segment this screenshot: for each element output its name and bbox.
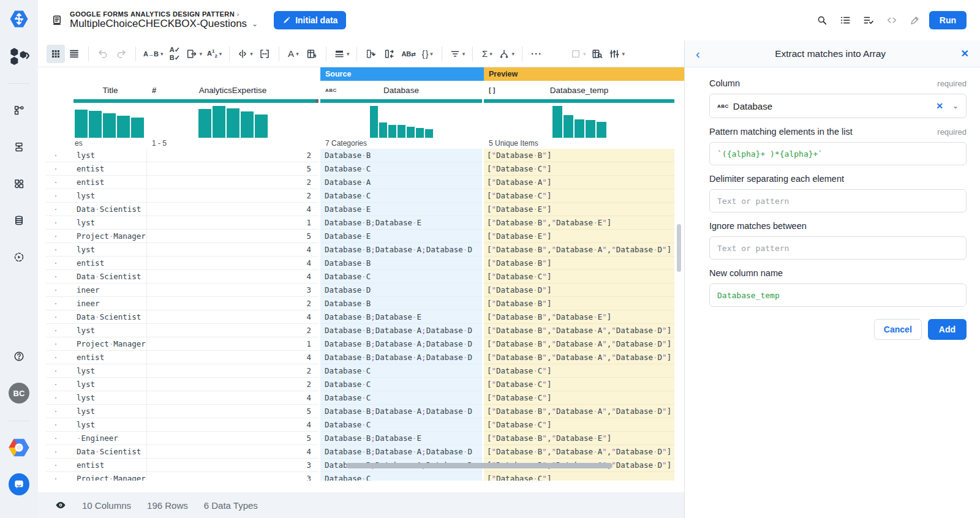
row-marker[interactable]: · [46,459,74,472]
gcp-logo[interactable] [9,437,29,458]
clear-selection-icon[interactable]: ✕ [936,101,943,111]
job-history-icon[interactable] [9,247,29,268]
cell-database-temp[interactable]: ["Database·C"] [484,378,674,391]
cell-database-temp[interactable]: ["Database·B","Database·A","Database·D"] [484,324,674,337]
transpose-button[interactable] [380,45,399,63]
row-marker[interactable]: · [46,351,74,364]
cell-database-temp[interactable]: ["Database·A"] [484,176,674,189]
cell-database-temp[interactable]: ["Database·B","Database·E"] [484,216,674,230]
filter-button[interactable]: ▾ [447,45,468,63]
functions-button[interactable]: { }▾ [418,45,437,63]
cell-database[interactable]: Database·C [320,270,482,283]
row-marker[interactable]: · [46,378,74,391]
cell-title[interactable]: lyst [74,364,147,378]
cell-database-temp[interactable]: ["Database·B"] [484,149,674,162]
row-marker[interactable]: · [46,176,74,189]
row-marker[interactable]: · [46,189,74,203]
cell-expertise[interactable]: 4 [147,445,318,459]
user-avatar[interactable]: BC [9,383,29,404]
cell-database[interactable]: Database·B;Database·A;Database·D [320,405,482,418]
grid-view-button[interactable] [47,45,65,63]
cell-database[interactable]: Database·D [320,283,482,297]
cell-database[interactable]: Database·A [320,176,482,189]
flows-nav-icon[interactable] [9,45,29,66]
cell-title[interactable]: Project·Manager [74,230,147,243]
cell-database-temp[interactable]: ["Database·B","Database·A","Database·D"] [484,445,674,459]
cell-title[interactable]: Data·Scientist [74,445,147,459]
cell-expertise[interactable]: 4 [147,391,318,405]
cell-expertise[interactable]: 1 [147,337,318,351]
steps-check-icon[interactable] [863,15,874,26]
chevron-down-icon[interactable]: ⌄ [952,102,959,110]
cell-database[interactable]: Database·B;Database·A;Database·D [320,445,482,459]
cell-title[interactable]: Data·Scientist [74,270,147,283]
code-view-icon[interactable] [886,15,897,26]
row-marker[interactable]: · [46,405,74,418]
cell-expertise[interactable]: 2 [147,364,318,378]
cell-expertise[interactable]: 5 [147,230,318,243]
join-button[interactable]: ▾ [496,45,517,63]
histogram-database_temp[interactable] [552,106,606,138]
cell-title[interactable]: lyst [74,216,147,230]
histogram-title[interactable] [75,106,144,138]
row-marker[interactable]: · [46,418,74,432]
cell-expertise[interactable]: 2 [147,297,318,310]
cell-title[interactable]: lyst [74,391,147,405]
quality-bar-database_temp[interactable] [484,99,674,103]
cell-title[interactable]: entist [74,351,147,364]
row-marker[interactable]: · [46,257,74,270]
cell-expertise[interactable]: 4 [147,418,318,432]
cell-database-temp[interactable]: ["Database·C"] [484,270,674,283]
cell-database-temp[interactable]: ["Database·B","Database·E"] [484,432,674,445]
cell-database[interactable]: Database·C [320,364,482,378]
cell-database[interactable]: Database·C [320,162,482,176]
row-marker[interactable]: · [46,391,74,405]
cell-title[interactable]: lyst [74,149,147,162]
cell-database-temp[interactable]: ["Database·E"] [484,203,674,216]
cell-expertise[interactable]: 4 [147,203,318,216]
cell-database[interactable]: Database·C [320,391,482,405]
header-row-button[interactable]: ▾ [331,45,352,63]
cell-database[interactable]: Database·C [320,418,482,432]
sort-button[interactable]: A12▾ [205,45,224,63]
cell-database-temp[interactable]: ["Database·B","Database·A","Database·D"] [484,405,674,418]
cell-expertise[interactable]: 4 [147,351,318,364]
cell-database-temp[interactable]: ["Database·E"] [484,230,674,243]
sample-picker-icon[interactable] [910,15,921,26]
initial-data-button[interactable]: Initial data [274,11,346,29]
cell-title[interactable]: Project·Manager [74,472,147,481]
recipe-icon[interactable] [9,137,29,157]
cell-database-temp[interactable]: ["Database·C"] [484,189,674,203]
row-marker[interactable]: · [46,203,74,216]
cell-database-temp[interactable]: ["Database·B","Database·E"] [484,310,674,324]
cancel-button[interactable]: Cancel [874,319,922,340]
cell-expertise[interactable]: 4 [147,270,318,283]
histogram-analyticsexpertise[interactable] [198,106,268,138]
horizontal-scrollbar[interactable] [346,463,612,468]
plans-icon[interactable] [9,173,29,194]
cell-expertise[interactable]: 4 [147,310,318,324]
cell-title[interactable]: entist [74,162,147,176]
cell-database-temp[interactable]: ["Database·B"] [484,257,674,270]
cell-database-temp[interactable]: ["Database·C"] [484,364,674,378]
cell-expertise[interactable]: 2 [147,176,318,189]
row-marker[interactable]: · [46,270,74,283]
panel-close-icon[interactable]: ✕ [961,48,969,59]
cell-database-temp[interactable]: ["Database·B","Database·A","Database·D"] [484,351,674,364]
delimiter-input[interactable] [709,189,967,212]
search-icon[interactable] [816,15,827,26]
merge-columns-button[interactable] [255,45,274,63]
view-settings-button[interactable]: ▾ [606,45,627,63]
row-marker[interactable]: · [46,283,74,297]
ignore-input[interactable] [709,236,967,260]
quality-bar-analyticsexpertise[interactable] [147,99,318,103]
row-marker[interactable]: · [46,162,74,176]
dataprep-logo[interactable] [9,9,29,29]
aggregate-button[interactable]: Σ▾ [478,45,496,63]
cell-title[interactable]: entist [74,257,147,270]
row-marker[interactable]: · [46,243,74,257]
cell-expertise[interactable]: 4 [147,243,318,257]
cell-expertise[interactable]: 5 [147,162,318,176]
cell-expertise[interactable]: 2 [147,149,318,162]
more-button[interactable]: ··· [527,45,546,63]
